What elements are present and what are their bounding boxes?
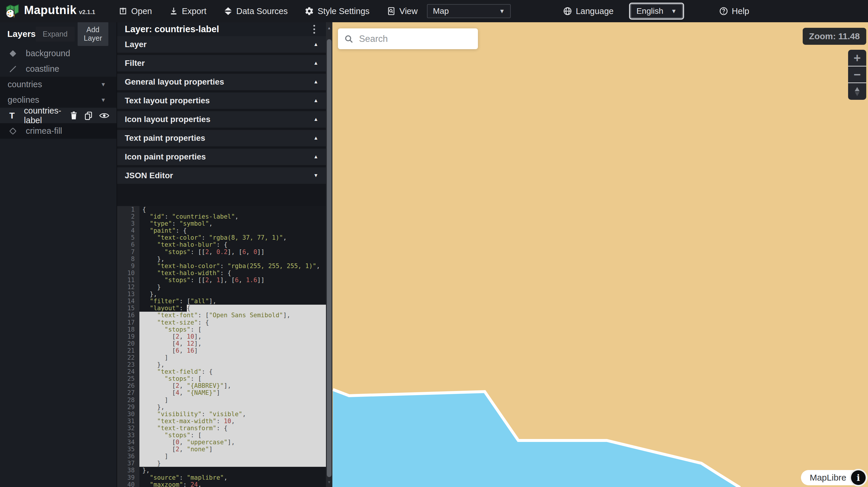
code-line-29[interactable]: 29 }, — [117, 403, 326, 411]
section-filter[interactable]: Filter▲ — [117, 55, 326, 71]
code-line-8[interactable]: 8 }, — [117, 256, 326, 262]
layer-group-geolines[interactable]: geolines▼ — [0, 92, 117, 108]
section-general-layout-properties[interactable]: General layout properties▲ — [117, 74, 326, 90]
line-number: 29 — [117, 403, 140, 411]
line-number: 33 — [117, 432, 140, 439]
chevron-down-icon[interactable]: ▼ — [100, 97, 110, 103]
diamond-outline-icon — [8, 127, 18, 135]
scrollbar-thumb[interactable] — [327, 39, 332, 477]
layer-item-coastline[interactable]: coastline — [0, 61, 117, 77]
code-line-38[interactable]: 38 }, — [117, 467, 326, 474]
visibility-icon[interactable] — [99, 111, 110, 120]
view-label: View — [399, 6, 417, 16]
top-bar: Maputnik v2.1.1 OpenExportData SourcesSt… — [0, 0, 868, 22]
line-number: 15 — [117, 305, 140, 312]
section-icon-paint-properties[interactable]: Icon paint properties▲ — [117, 149, 326, 165]
section-layer[interactable]: Layer▲ — [117, 36, 326, 53]
scrollbar-down-arrow[interactable]: ▼ — [326, 478, 332, 486]
map-canvas[interactable] — [332, 22, 868, 487]
code-line-37[interactable]: 37 } — [117, 460, 326, 467]
code-line-10[interactable]: 10 "text-halo-width": { — [117, 269, 326, 277]
code-line-3[interactable]: 3 "type": "symbol", — [117, 220, 326, 227]
compass-button[interactable] — [848, 83, 866, 100]
menu-item-data-sources[interactable]: Data Sources — [223, 6, 288, 16]
code-line-6[interactable]: 6 "text-halo-blur": { — [117, 241, 326, 248]
code-line-33[interactable]: 33 "stops": [ — [117, 432, 326, 439]
code-line-13[interactable]: 13 }, — [117, 291, 326, 298]
code-line-26[interactable]: 26 [2, "{ABBREV}"], — [117, 382, 326, 389]
menu-item-style-settings[interactable]: Style Settings — [305, 6, 369, 16]
property-sections: Layer▲Filter▲General layout properties▲T… — [117, 36, 326, 184]
section-label: Filter — [125, 59, 145, 68]
code-line-32[interactable]: 32 "text-transform": { — [117, 425, 326, 432]
section-json-editor[interactable]: JSON Editor▼ — [117, 167, 326, 184]
app-logo[interactable]: Maputnik v2.1.1 — [0, 3, 118, 19]
attribution-info-icon[interactable]: i — [851, 470, 866, 485]
zoom-in-button[interactable]: + — [848, 50, 866, 66]
code-line-39[interactable]: 39 "source": "maplibre", — [117, 474, 326, 481]
code-line-15[interactable]: 15 "layout": { — [117, 305, 326, 312]
section-text-paint-properties[interactable]: Text paint properties▲ — [117, 130, 326, 146]
layer-item-countries-label[interactable]: Tcountries-label — [0, 108, 117, 123]
map-zoom-controls: + − — [848, 50, 866, 100]
menu-item-open[interactable]: Open — [118, 6, 152, 16]
code-line-28[interactable]: 28 ] — [117, 396, 326, 403]
line-number: 37 — [117, 460, 140, 467]
expand-button[interactable]: Expand — [36, 27, 75, 41]
maplibre-link[interactable]: MapLibre — [810, 473, 846, 483]
code-line-11[interactable]: 11 "stops": [[2, 1], [6, 1.6]] — [117, 277, 326, 284]
code-line-1[interactable]: 1{ — [117, 206, 326, 213]
section-label: Icon paint properties — [125, 152, 206, 162]
menu-item-view[interactable]: View — [386, 6, 417, 16]
code-line-36[interactable]: 36 ] — [117, 453, 326, 460]
code-line-19[interactable]: 19 [2, 10], — [117, 333, 326, 340]
search-input[interactable] — [359, 34, 476, 44]
scrollbar-up-arrow[interactable]: ▲ — [326, 24, 332, 32]
code-line-4[interactable]: 4 "paint": { — [117, 227, 326, 234]
section-text-layout-properties[interactable]: Text layout properties▲ — [117, 93, 326, 109]
code-line-20[interactable]: 20 [4, 12], — [117, 340, 326, 347]
layer-group-countries[interactable]: countries▼ — [0, 77, 117, 92]
menu-item-help[interactable]: Help — [719, 6, 749, 16]
layer-item-background[interactable]: background — [0, 46, 117, 61]
code-line-9[interactable]: 9 "text-halo-color": "rgba(255, 255, 255… — [117, 262, 326, 269]
line-number: 27 — [117, 389, 140, 396]
maputnik-app: Maputnik v2.1.1 OpenExportData SourcesSt… — [0, 0, 868, 487]
code-line-34[interactable]: 34 [0, "uppercase"], — [117, 439, 326, 446]
layer-item-label: countries-label — [24, 106, 70, 125]
code-line-30[interactable]: 30 "visibility": "visible", — [117, 411, 326, 418]
code-line-40[interactable]: 40 "maxzoom": 24, — [117, 481, 326, 487]
layer-item-crimea-fill[interactable]: crimea-fill — [0, 123, 117, 139]
layers-sidebar: Layers Expand Add Layer backgroundcoastl… — [0, 22, 117, 487]
expand-arrow-icon: ▲ — [313, 117, 318, 122]
zoom-out-button[interactable]: − — [848, 66, 866, 83]
code-line-18[interactable]: 18 "stops": [ — [117, 326, 326, 333]
code-line-17[interactable]: 17 "text-size": { — [117, 319, 326, 326]
code-line-22[interactable]: 22 ] — [117, 354, 326, 361]
code-line-35[interactable]: 35 [2, "none"] — [117, 446, 326, 453]
add-layer-button[interactable]: Add Layer — [78, 22, 108, 46]
kebab-menu-icon[interactable] — [310, 24, 318, 35]
code-line-7[interactable]: 7 "stops": [[2, 0.2], [6, 0]] — [117, 249, 326, 256]
menu-item-export[interactable]: Export — [169, 6, 207, 16]
code-line-14[interactable]: 14 "filter": ["all"], — [117, 298, 326, 305]
code-line-21[interactable]: 21 [6, 16] — [117, 347, 326, 354]
code-line-27[interactable]: 27 [4, "{NAME}"] — [117, 389, 326, 396]
section-label: Icon layout properties — [125, 115, 211, 124]
json-editor-code[interactable]: 1{2 "id": "countries-label",3 "type": "s… — [117, 206, 326, 487]
duplicate-icon[interactable] — [84, 111, 93, 120]
line-number: 23 — [117, 361, 140, 368]
chevron-down-icon[interactable]: ▼ — [100, 82, 110, 88]
code-line-25[interactable]: 25 "stops": [ — [117, 375, 326, 382]
delete-icon[interactable] — [70, 111, 78, 120]
view-select[interactable]: Map ▼ — [427, 4, 511, 18]
code-line-24[interactable]: 24 "text-field": { — [117, 368, 326, 375]
code-line-12[interactable]: 12 } — [117, 284, 326, 291]
code-line-2[interactable]: 2 "id": "countries-label", — [117, 213, 326, 220]
code-line-5[interactable]: 5 "text-color": "rgba(8, 37, 77, 1)", — [117, 234, 326, 241]
section-icon-layout-properties[interactable]: Icon layout properties▲ — [117, 111, 326, 128]
language-select[interactable]: English ▼ — [630, 4, 683, 18]
code-line-23[interactable]: 23 }, — [117, 361, 326, 368]
code-line-16[interactable]: 16 "text-font": ["Open Sans Semibold"], — [117, 312, 326, 319]
code-line-31[interactable]: 31 "text-max-width": 10, — [117, 418, 326, 425]
